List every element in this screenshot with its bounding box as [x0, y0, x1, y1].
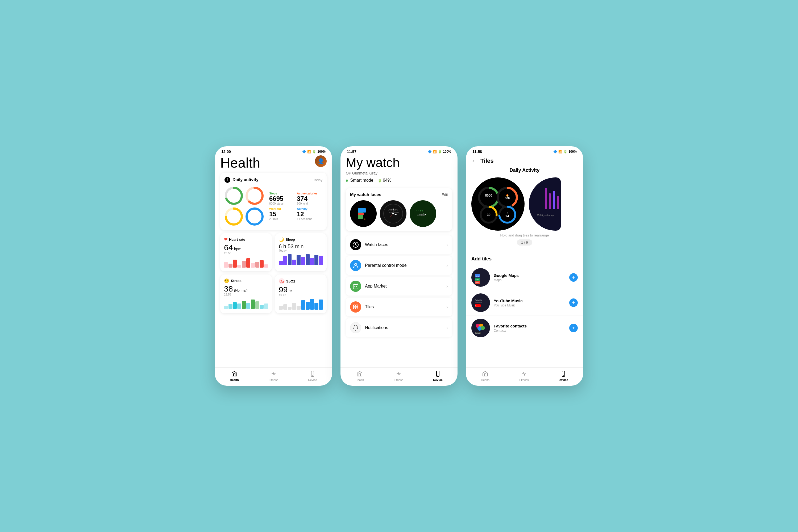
nav-device-1[interactable]: Device: [308, 370, 317, 381]
signal-icon-3: 🔷: [553, 150, 557, 153]
nav-health-2[interactable]: Health: [355, 370, 364, 381]
nav-health-1[interactable]: Health: [230, 370, 239, 381]
hr-bar: [264, 264, 268, 268]
metrics-row-1: ❤ Heart rate 64 bpm 23:58: [220, 233, 327, 271]
battery-icon-watch: 🔋: [378, 179, 382, 183]
smart-mode: Smart mode: [346, 178, 374, 183]
svg-text:Work: Work: [475, 279, 479, 280]
battery-icon: 🔋: [312, 150, 316, 153]
sleep-bar: [288, 254, 292, 265]
bottom-nav-1: Health Fitness Device: [215, 367, 332, 386]
da-counter-wrap: 1 / 9: [471, 240, 578, 251]
app-market-label: App Market: [365, 284, 443, 289]
tiles-label: Tiles: [365, 305, 443, 309]
nav-label-health-1: Health: [230, 378, 239, 381]
nav-device-2[interactable]: Device: [433, 370, 442, 381]
phone-mywatch: 11:57 🔷 📶 🔋 100% My watch OP Gunmetal Gr…: [341, 146, 457, 386]
stress-header: 😌 Stress: [224, 278, 268, 283]
activity-sub: 11 sessions: [297, 217, 322, 221]
parental-label: Parental control mode: [365, 263, 443, 268]
nav-label-fitness-2: Fitness: [394, 378, 403, 381]
time-2: 11:57: [347, 150, 357, 154]
watch-battery: 🔋 64%: [378, 178, 391, 183]
sleep-label: Sleep: [286, 238, 295, 242]
nav-fitness-3[interactable]: Fitness: [519, 370, 529, 381]
sleep-bar: [306, 254, 310, 265]
hr-bar: [246, 258, 250, 268]
back-button[interactable]: ←: [471, 157, 477, 165]
tile-option-gmaps[interactable]: Home Work Search Google Maps Maps +: [466, 265, 583, 290]
menu-list: Watch faces › Parental control mode ›: [346, 235, 452, 337]
stress-value-row: 38 (Normal): [224, 285, 268, 293]
avatar[interactable]: 👤: [315, 155, 327, 167]
svg-rect-12: [358, 213, 364, 215]
app-market-icon: [350, 281, 361, 292]
tile-preview-partial: 25:00 yesterday 8h Sleep: [529, 177, 561, 231]
contacts-desc: Contacts: [494, 329, 566, 332]
spo2-chart: [279, 299, 323, 310]
tile-option-contacts[interactable]: Contacts Favorite contacts Contacts +: [466, 315, 583, 341]
remove-badge[interactable]: −: [516, 179, 522, 186]
device-icon-3: [560, 370, 567, 377]
activity-ring: [245, 207, 264, 226]
menu-parental[interactable]: Parental control mode ›: [346, 256, 452, 275]
status-bar-2: 11:57 🔷 📶 🔋 100%: [341, 146, 457, 155]
svg-rect-55: [557, 196, 559, 209]
activity-value: 12: [297, 211, 322, 217]
svg-text:24: 24: [506, 214, 509, 218]
device-icon-1: [309, 370, 316, 377]
heart-rate-card[interactable]: ❤ Heart rate 64 bpm 23:58: [220, 233, 272, 271]
hr-header: ❤ Heart rate: [224, 237, 268, 242]
hr-bar: [242, 261, 246, 268]
mywatch-content: My watch OP Gunmetal Gray Smart mode 🔋 6…: [341, 155, 457, 367]
ytmusic-name: YouTube Music: [494, 299, 566, 303]
menu-notifications[interactable]: Notifications ›: [346, 318, 452, 337]
tile-option-ytmusic[interactable]: Workout Mix YouTube Music Browse YouTube…: [466, 290, 583, 315]
sleep-card[interactable]: 🌙 Sleep 6 h 53 min Today: [275, 233, 327, 271]
nav-fitness-2[interactable]: Fitness: [394, 370, 403, 381]
contacts-info: Favorite contacts Contacts: [494, 324, 566, 332]
notifications-label: Notifications: [365, 325, 443, 330]
svg-rect-53: [549, 193, 551, 209]
svg-text:Contacts: Contacts: [475, 332, 480, 334]
heart-icon: ❤: [224, 237, 227, 242]
status-icons-3: 🔷 📶 🔋 100%: [553, 150, 577, 153]
svg-text:Workout Mix: Workout Mix: [475, 299, 482, 301]
svg-text:Browse: Browse: [475, 305, 480, 307]
status-icons-1: 🔷 📶 🔋 100%: [302, 150, 326, 153]
phone-tiles: 11:58 🔷 📶 🔋 100% ← Tiles Daily Activity: [466, 146, 583, 386]
activity-stat: Activity 12 11 sessions: [297, 207, 322, 221]
sleep-bar: [283, 255, 287, 265]
svg-rect-34: [354, 307, 355, 309]
status-bar-3: 11:58 🔷 📶 🔋 100%: [466, 146, 583, 155]
nav-health-3[interactable]: Health: [481, 370, 490, 381]
add-contacts-btn[interactable]: +: [569, 324, 578, 332]
sleep-icon: 🌙: [279, 237, 284, 242]
spo2-label: SpO2: [286, 279, 295, 283]
stress-icon: 😌: [224, 278, 229, 283]
nav-fitness-1[interactable]: Fitness: [269, 370, 278, 381]
spo2-card[interactable]: O₂ SpO2 99 % 15:28: [275, 274, 327, 314]
menu-watch-faces[interactable]: Watch faces ›: [346, 235, 452, 254]
tiles-content: ← Tiles Daily Activity − 8000: [466, 155, 583, 367]
gmaps-name: Google Maps: [494, 273, 566, 278]
svg-rect-32: [354, 305, 355, 307]
menu-tiles[interactable]: Tiles ›: [346, 298, 452, 316]
menu-app-market[interactable]: App Market ›: [346, 277, 452, 296]
fitness-icon-1: [270, 370, 277, 377]
watch-face-3[interactable]: 10 12 ARMED: [410, 200, 436, 227]
watch-face-2[interactable]: ONEPLUS 10:08 PM OP: [380, 200, 406, 227]
watch-face-1[interactable]: F: [350, 200, 377, 227]
nav-device-3[interactable]: Device: [558, 370, 568, 381]
chevron-1: ›: [446, 263, 448, 268]
stress-card[interactable]: 😌 Stress 38 (Normal) 23:58: [220, 274, 272, 314]
spo2-unit: %: [289, 289, 292, 293]
edit-btn[interactable]: Edit: [441, 193, 448, 197]
add-ytmusic-btn[interactable]: +: [569, 299, 578, 307]
svg-point-29: [355, 244, 356, 245]
add-gmaps-btn[interactable]: +: [569, 273, 578, 282]
svg-point-9: [312, 375, 313, 376]
svg-text:25:00 yesterday: 25:00 yesterday: [537, 214, 554, 216]
svg-point-7: [247, 209, 263, 225]
tile-preview-main[interactable]: − 8000 🔥 300: [471, 177, 525, 231]
